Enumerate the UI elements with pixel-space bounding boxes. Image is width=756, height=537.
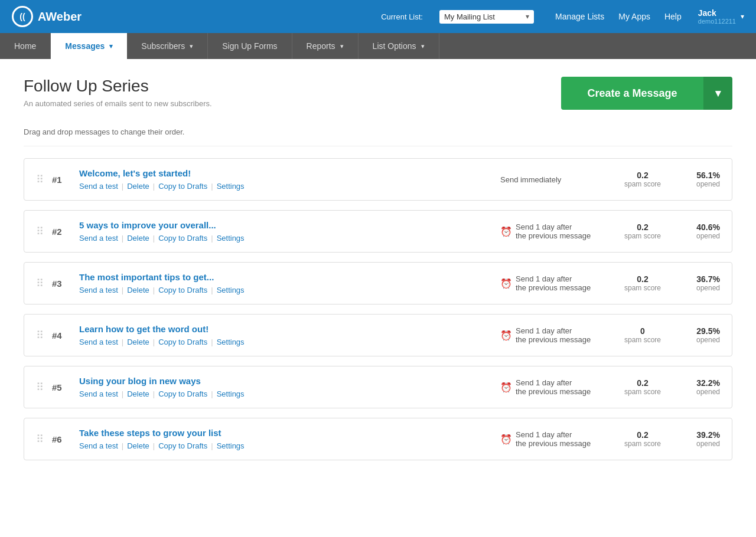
- message-row: ⠿ #2 5 ways to improve your overall... S…: [24, 210, 732, 253]
- my-apps-link[interactable]: My Apps: [618, 12, 650, 21]
- message-number: #4: [52, 330, 70, 340]
- nav-item-subscribers[interactable]: Subscribers ▾: [127, 33, 208, 59]
- message-title[interactable]: 5 ways to improve your overall...: [79, 220, 491, 230]
- help-link[interactable]: Help: [664, 12, 682, 21]
- send-test-link[interactable]: Send a test: [79, 338, 118, 346]
- settings-link[interactable]: Settings: [217, 338, 245, 346]
- settings-link[interactable]: Settings: [217, 286, 245, 294]
- nav-item-list-options[interactable]: List Options ▾: [359, 33, 439, 59]
- message-number: #2: [52, 227, 70, 237]
- logo[interactable]: (( AWeber: [12, 6, 82, 27]
- user-info[interactable]: Jack demo112211 ▾: [698, 8, 744, 25]
- list-selector[interactable]: My Mailing List ▾: [439, 10, 534, 24]
- delete-link[interactable]: Delete: [127, 182, 149, 191]
- nav-signup-label: Sign Up Forms: [222, 41, 277, 51]
- message-actions: Send a test | Delete | Copy to Drafts | …: [79, 286, 491, 294]
- send-info-text: Send 1 day afterthe previous message: [516, 274, 591, 292]
- drag-handle[interactable]: ⠿: [36, 330, 43, 340]
- message-number: #3: [52, 279, 70, 289]
- copy-to-drafts-link[interactable]: Copy to Drafts: [158, 338, 207, 346]
- delete-link[interactable]: Delete: [127, 441, 149, 450]
- spam-score-label: spam score: [616, 388, 669, 396]
- message-content: 5 ways to improve your overall... Send a…: [79, 220, 491, 243]
- opened-percent: 40.6%: [679, 222, 720, 232]
- message-title[interactable]: Using your blog in new ways: [79, 376, 491, 386]
- drag-handle[interactable]: ⠿: [36, 226, 43, 237]
- nav-item-signup-forms[interactable]: Sign Up Forms: [208, 33, 292, 59]
- message-actions: Send a test | Delete | Copy to Drafts | …: [79, 182, 491, 191]
- spam-score-value: 0.2: [616, 222, 669, 232]
- header-nav: Manage Lists My Apps Help: [555, 12, 682, 21]
- send-test-link[interactable]: Send a test: [79, 286, 118, 294]
- settings-link[interactable]: Settings: [217, 389, 245, 398]
- nav-list-options-arrow-icon: ▾: [421, 42, 425, 50]
- drag-handle[interactable]: ⠿: [36, 278, 43, 289]
- drag-handle[interactable]: ⠿: [36, 174, 43, 185]
- nav-item-reports[interactable]: Reports ▾: [292, 33, 359, 59]
- nav-item-home[interactable]: Home: [0, 33, 51, 59]
- create-message-button[interactable]: Create a Message ▾: [561, 77, 732, 110]
- message-send-info: ⏰ Send 1 day afterthe previous message: [500, 274, 607, 292]
- delete-link[interactable]: Delete: [127, 338, 149, 346]
- nav-reports-arrow-icon: ▾: [340, 42, 344, 50]
- delete-link[interactable]: Delete: [127, 389, 149, 398]
- nav-subscribers-label: Subscribers: [141, 41, 185, 51]
- delete-link[interactable]: Delete: [127, 234, 149, 243]
- copy-to-drafts-link[interactable]: Copy to Drafts: [158, 286, 207, 294]
- copy-to-drafts-link[interactable]: Copy to Drafts: [158, 234, 207, 243]
- logo-icon: ((: [12, 6, 33, 27]
- message-send-info: ⏰ Send 1 day afterthe previous message: [500, 326, 607, 344]
- opened-label: opened: [679, 336, 720, 344]
- opened-label: opened: [679, 440, 720, 448]
- send-info-text: Send 1 day afterthe previous message: [516, 222, 591, 240]
- message-content: Using your blog in new ways Send a test …: [79, 376, 491, 398]
- copy-to-drafts-link[interactable]: Copy to Drafts: [158, 441, 207, 450]
- top-header: (( AWeber Current List: My Mailing List …: [0, 0, 756, 33]
- message-opened: 40.6% opened: [679, 222, 720, 240]
- message-row: ⠿ #6 Take these steps to grow your list …: [24, 418, 732, 460]
- message-actions: Send a test | Delete | Copy to Drafts | …: [79, 441, 491, 450]
- message-title[interactable]: Learn how to get the word out!: [79, 324, 491, 334]
- clock-icon: ⏰: [500, 278, 512, 289]
- message-send-info: ⏰ Send 1 day afterthe previous message: [500, 378, 607, 396]
- logo-text: AWeber: [38, 10, 82, 24]
- nav-list-options-label: List Options: [373, 41, 416, 51]
- message-opened: 36.7% opened: [679, 274, 720, 292]
- message-send-info: Send immediately: [500, 175, 607, 184]
- send-test-link[interactable]: Send a test: [79, 182, 118, 191]
- nav-item-messages[interactable]: Messages ▾: [51, 33, 127, 59]
- spam-score-label: spam score: [616, 440, 669, 448]
- send-test-link[interactable]: Send a test: [79, 234, 118, 243]
- opened-percent: 29.5%: [679, 326, 720, 336]
- message-actions: Send a test | Delete | Copy to Drafts | …: [79, 234, 491, 243]
- delete-link[interactable]: Delete: [127, 286, 149, 294]
- spam-score-label: spam score: [616, 232, 669, 240]
- settings-link[interactable]: Settings: [217, 234, 245, 243]
- page-subtitle: An automated series of emails sent to ne…: [24, 99, 212, 108]
- messages-list: ⠿ #1 Welcome, let's get started! Send a …: [24, 158, 732, 460]
- message-send-info: ⏰ Send 1 day afterthe previous message: [500, 222, 607, 240]
- settings-link[interactable]: Settings: [217, 182, 245, 191]
- page-header: Follow Up Series An automated series of …: [24, 77, 732, 110]
- send-test-link[interactable]: Send a test: [79, 389, 118, 398]
- list-selector-arrow-icon: ▾: [526, 12, 529, 21]
- opened-percent: 36.7%: [679, 274, 720, 284]
- nav-messages-label: Messages: [65, 41, 105, 51]
- send-test-link[interactable]: Send a test: [79, 441, 118, 450]
- send-info-text: Send 1 day afterthe previous message: [516, 326, 591, 344]
- message-number: #6: [52, 434, 70, 444]
- copy-to-drafts-link[interactable]: Copy to Drafts: [158, 182, 207, 191]
- message-row: ⠿ #4 Learn how to get the word out! Send…: [24, 314, 732, 356]
- copy-to-drafts-link[interactable]: Copy to Drafts: [158, 389, 207, 398]
- page-title: Follow Up Series: [24, 77, 212, 96]
- message-title[interactable]: Welcome, let's get started!: [79, 168, 491, 178]
- message-spam: 0.2 spam score: [616, 378, 669, 396]
- message-title[interactable]: The most important tips to get...: [79, 272, 491, 282]
- drag-handle[interactable]: ⠿: [36, 382, 43, 392]
- nav-reports-label: Reports: [307, 41, 335, 51]
- send-info-text: Send immediately: [500, 175, 561, 184]
- settings-link[interactable]: Settings: [217, 441, 245, 450]
- manage-lists-link[interactable]: Manage Lists: [555, 12, 604, 21]
- message-title[interactable]: Take these steps to grow your list: [79, 428, 491, 438]
- drag-handle[interactable]: ⠿: [36, 434, 43, 444]
